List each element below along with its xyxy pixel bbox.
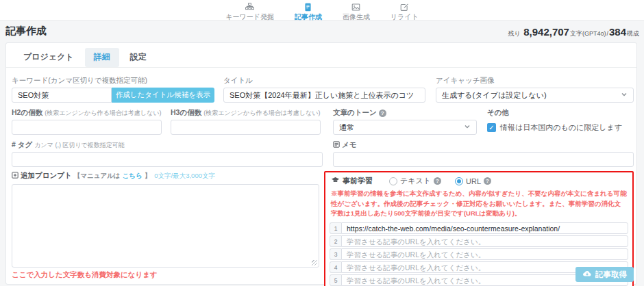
h3-count-label: H3の個数 [171,108,201,118]
nav-label: 画像生成 [343,12,370,22]
row-number: 2 [330,235,341,247]
h3-count-input[interactable] [171,120,321,135]
separator: / [606,30,608,37]
remaining-unit: 文字(GPT4o) [570,29,606,38]
quota-value: 384 [609,26,626,38]
tab-bar: プロジェクト 詳細 設定 [6,43,636,68]
h2-count-note: (検索エンジンから作る場合は考慮しない) [45,109,161,118]
eyecatch-selected-value: 生成する(タイプは設定しない) [442,90,547,101]
page-title: 記事作成 [5,25,47,38]
japan-only-checkbox-label: 情報は日本国内のものに限定します [500,122,622,133]
nav-item-rewrite[interactable]: リライト [391,3,419,20]
memo-label: メモ [342,140,357,150]
url-help-icon[interactable]: ? [484,177,491,185]
top-nav: キーワード発掘 記事作成 画像生成 [0,0,644,21]
prompt-label: 追加プロンプト [21,171,72,181]
nav-label: キーワード発掘 [225,12,274,22]
manual-suffix: 】 [145,172,151,181]
row-number: 4 [330,261,341,273]
nav-item-keyword-mining[interactable]: キーワード発掘 [225,3,274,20]
pretrain-url-input-1[interactable] [341,222,628,234]
tag-note: カンマ (,) 区切りで複数指定可能 [34,141,125,150]
keyword-label: キーワード(カンマ区切りで複数指定可能) [12,76,214,86]
remaining-value: 8,942,707 [523,26,569,38]
h3-count-note: (検索エンジンから作る場合は考慮しない) [203,109,320,118]
show-title-candidates-button[interactable]: 作成したタイトル候補を表示 [112,88,214,103]
other-label: その他 [487,108,509,118]
text-help-icon[interactable]: ? [434,177,441,185]
tone-label: 文章のトーン [333,108,377,118]
article-form-card: プロジェクト 詳細 設定 キーワード(カンマ区切りで複数指定可能) 作成したタイ… [5,42,637,285]
radio-selected-icon[interactable] [455,177,463,185]
article-creation-page: キーワード発掘 記事作成 画像生成 [0,0,644,286]
row-number: 3 [330,248,341,260]
memo-icon [333,141,340,149]
tag-label: # タグ [12,140,32,150]
tone-help-icon[interactable]: ? [379,109,386,117]
title-label: タイトル [223,76,425,86]
nav-label: 記事作成 [295,12,322,22]
japan-only-checkbox-row[interactable]: ✓ 情報は日本国内のものに限定します [487,122,634,133]
fetch-article-button[interactable]: 記事取得 [575,267,634,282]
image-icon [351,3,360,12]
h2-count-input[interactable] [12,120,162,135]
prompt-textarea[interactable] [12,184,319,268]
remaining-quota: 残り 8,942,707 文字(GPT4o) / 384 構成 [508,26,639,38]
eyecatch-select[interactable]: 生成する(タイプは設定しない) [436,88,634,103]
radio-text-label: テキスト [400,176,431,186]
sitemap-icon [245,3,254,12]
pretrain-radio-text[interactable]: テキスト ? [389,176,441,186]
manual-link[interactable]: こちら [123,172,143,181]
eyecatch-label: アイキャッチ画像 [436,76,634,86]
radio-unselected-icon[interactable] [389,177,397,185]
memo-input[interactable] [333,152,634,167]
h2-count-label: H2の個数 [12,108,42,118]
pretrain-warning: ※事前学習の情報を参考に本文作成するため、内容が似すぎたり、不要な内容が本文に含… [330,189,628,219]
prompt-footnote: ここで入力した文字数も消費対象になります [12,270,319,280]
pretrain-radio-url[interactable]: URL ? [455,177,491,185]
tone-selected-value: 通常 [339,122,354,133]
keyword-input[interactable] [12,88,112,103]
row-number: 1 [330,222,341,234]
pretrain-url-input-2[interactable] [341,235,628,247]
tab-settings[interactable]: 設定 [121,48,156,67]
radio-url-label: URL [466,177,481,185]
pretrain-label: 事前学習 [343,176,373,186]
graduation-cap-icon [331,176,340,186]
fetch-article-label: 記事取得 [595,270,627,280]
nav-item-article-create[interactable]: 記事作成 [295,3,322,20]
journal-icon [304,3,312,12]
chevron-down-icon [464,123,471,131]
manual-prefix: 【マニュアルは [74,172,121,181]
cloud-download-icon [582,270,592,279]
tab-detail[interactable]: 詳細 [85,48,119,67]
chevron-down-icon [621,91,628,99]
prompt-char-counter: 0文字/最大3,000文字 [154,172,215,181]
nav-item-image-generate[interactable]: 画像生成 [343,3,370,20]
list-item: 3 [330,248,628,260]
article-form: キーワード(カンマ区切りで複数指定可能) 作成したタイトル候補を表示 タイトル … [6,68,636,286]
title-input[interactable] [223,88,425,103]
plus-square-icon [12,172,18,180]
tag-input[interactable] [12,152,323,167]
nav-label: リライト [391,12,419,22]
resize-handle[interactable] [312,260,317,265]
list-item: 2 [330,235,628,247]
quota-unit: 構成 [627,29,639,38]
checkbox-checked-icon[interactable]: ✓ [487,123,496,132]
list-item: 1 [330,222,628,234]
tab-project[interactable]: プロジェクト [14,48,83,67]
pretrain-url-input-3[interactable] [341,248,628,260]
pencil-square-icon [400,3,409,12]
row-number: 5 [330,274,341,286]
remaining-label: 残り [508,29,520,38]
tone-select[interactable]: 通常 [333,120,477,135]
